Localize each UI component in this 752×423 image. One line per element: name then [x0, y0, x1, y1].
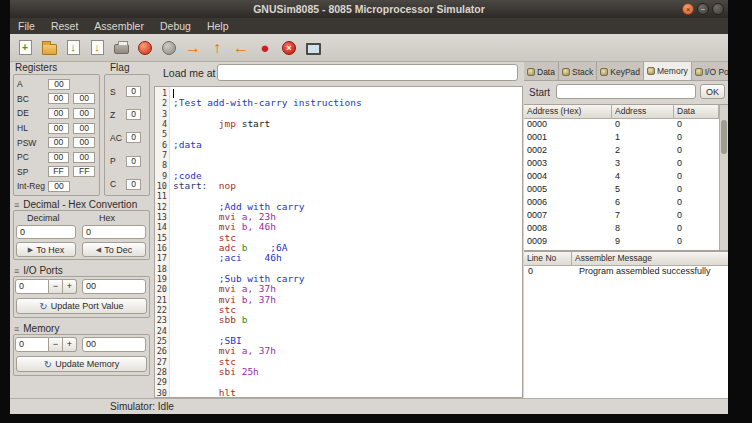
- stop-button[interactable]: ×: [277, 36, 301, 60]
- code-line[interactable]: [173, 160, 522, 170]
- code-line[interactable]: start: nop: [173, 181, 522, 191]
- assemble-button[interactable]: [133, 36, 157, 60]
- port-value-input[interactable]: 00: [82, 279, 146, 294]
- menu-file[interactable]: File: [10, 18, 43, 34]
- code-line[interactable]: [173, 150, 522, 160]
- tab-i-o-ports[interactable]: I/O Ports: [692, 62, 728, 81]
- register-value[interactable]: 00: [48, 93, 70, 104]
- memory-title: Memory: [23, 323, 59, 334]
- run-button[interactable]: ●: [253, 36, 277, 60]
- memory-decrement-button[interactable]: −: [49, 337, 63, 352]
- register-value[interactable]: 00: [48, 123, 70, 134]
- tab-memory[interactable]: Memory: [644, 62, 692, 81]
- step-next-button[interactable]: →: [181, 36, 205, 60]
- memory-scrollbar[interactable]: [719, 105, 728, 250]
- memory-row[interactable]: 000000: [524, 119, 728, 132]
- register-value[interactable]: 00: [48, 79, 70, 90]
- open-file-button[interactable]: [37, 36, 61, 60]
- run-to-cursor-button[interactable]: ↑: [205, 36, 229, 60]
- flag-value[interactable]: 0: [126, 109, 141, 120]
- port-increment-button[interactable]: +: [63, 279, 77, 294]
- memory-row[interactable]: 000330: [524, 158, 728, 171]
- register-value[interactable]: 00: [48, 152, 70, 163]
- column-header-assembler-message[interactable]: Assembler Message: [572, 252, 728, 266]
- code-line[interactable]: ;Test add-with-carry instructions: [173, 98, 522, 108]
- memory-row[interactable]: 000440: [524, 171, 728, 184]
- memory-address-input[interactable]: 0: [15, 337, 49, 352]
- code-line[interactable]: sbb b: [173, 315, 522, 325]
- register-value[interactable]: 00: [48, 137, 70, 148]
- io-ports-section-header[interactable]: ≡ I/O Ports: [14, 265, 63, 276]
- column-header-address-hex[interactable]: Address (Hex): [524, 105, 612, 119]
- code-token: 25h: [236, 366, 259, 377]
- code-line[interactable]: hlt: [173, 388, 522, 397]
- column-header-data[interactable]: Data: [674, 105, 719, 119]
- update-memory-button[interactable]: ↻ Update Memory: [16, 356, 147, 372]
- code-line[interactable]: ;data: [173, 140, 522, 150]
- code-area[interactable]: ;Test add-with-carry instructions jmp st…: [170, 87, 522, 397]
- to-dec-button[interactable]: ◀ To Dec: [82, 242, 146, 257]
- port-address-input[interactable]: 0: [15, 279, 49, 294]
- print-button[interactable]: [109, 36, 133, 60]
- code-line[interactable]: sbi 25h: [173, 367, 522, 377]
- memory-section-header[interactable]: ≡ Memory: [14, 323, 59, 334]
- code-line[interactable]: ;aci 46h: [173, 253, 522, 263]
- memory-increment-button[interactable]: +: [63, 337, 77, 352]
- config-button[interactable]: [157, 36, 181, 60]
- flag-row-ac: AC0: [105, 126, 149, 149]
- maximize-button[interactable]: [712, 3, 724, 15]
- memory-row[interactable]: 000110: [524, 132, 728, 145]
- converter-section-header[interactable]: ≡ Decimal - Hex Convertion: [14, 199, 137, 210]
- register-value[interactable]: 00: [48, 181, 70, 192]
- memory-row[interactable]: 000220: [524, 145, 728, 158]
- save-file-button[interactable]: ↓: [61, 36, 85, 60]
- hex-input[interactable]: 0: [82, 225, 146, 239]
- port-decrement-button[interactable]: −: [49, 279, 63, 294]
- code-line[interactable]: jmp start: [173, 119, 522, 129]
- memory-value-input[interactable]: 00: [82, 337, 146, 352]
- assembler-message-row[interactable]: 0Program assembled successfully: [524, 266, 728, 279]
- decimal-input[interactable]: 0: [16, 225, 76, 239]
- scrollbar-thumb[interactable]: [721, 120, 727, 154]
- column-header-address[interactable]: Address: [612, 105, 674, 119]
- menu-assembler[interactable]: Assembler: [86, 18, 152, 34]
- register-value[interactable]: 00: [73, 123, 95, 134]
- register-value[interactable]: 00: [73, 152, 95, 163]
- register-value[interactable]: FF: [48, 166, 70, 177]
- update-port-value-button[interactable]: ↻ Update Port Value: [16, 298, 147, 314]
- menu-reset[interactable]: Reset: [43, 18, 86, 34]
- close-button[interactable]: ×: [682, 3, 694, 15]
- new-file-button[interactable]: +: [13, 36, 37, 60]
- memory-row[interactable]: 000550: [524, 184, 728, 197]
- register-value[interactable]: 00: [73, 93, 95, 104]
- step-back-button[interactable]: ←: [229, 36, 253, 60]
- register-value[interactable]: 00: [48, 108, 70, 119]
- menu-debug[interactable]: Debug: [152, 18, 199, 34]
- ok-button[interactable]: OK: [700, 84, 725, 99]
- flag-value[interactable]: 0: [126, 132, 141, 143]
- flag-value[interactable]: 0: [126, 86, 141, 97]
- to-hex-button[interactable]: ▶ To Hex: [16, 242, 76, 257]
- title-bar[interactable]: GNUSim8085 - 8085 Microprocessor Simulat…: [10, 0, 728, 18]
- memory-row[interactable]: 000660: [524, 197, 728, 210]
- register-value[interactable]: FF: [73, 166, 95, 177]
- tab-keypad[interactable]: KeyPad: [597, 62, 644, 81]
- show-keypad-button[interactable]: [301, 36, 325, 60]
- memory-row[interactable]: 000990: [524, 236, 728, 249]
- menu-help[interactable]: Help: [199, 18, 237, 34]
- minimize-button[interactable]: −: [697, 3, 709, 15]
- code-editor[interactable]: 1234567891011121314151617181920212223242…: [154, 86, 523, 398]
- memory-row[interactable]: 000880: [524, 223, 728, 236]
- register-value[interactable]: 00: [73, 137, 95, 148]
- tab-stack[interactable]: Stack: [559, 62, 597, 81]
- flag-value[interactable]: 0: [126, 156, 141, 167]
- column-header-line-no[interactable]: Line No: [524, 252, 572, 266]
- tab-data[interactable]: Data: [524, 62, 559, 81]
- save-file-as-button[interactable]: ↓: [85, 36, 109, 60]
- memory-row[interactable]: 000770: [524, 210, 728, 223]
- code-line[interactable]: [173, 129, 522, 139]
- load-me-at-input[interactable]: [217, 64, 518, 81]
- flag-value[interactable]: 0: [126, 179, 141, 190]
- start-address-input[interactable]: [556, 84, 696, 99]
- register-value[interactable]: 00: [73, 108, 95, 119]
